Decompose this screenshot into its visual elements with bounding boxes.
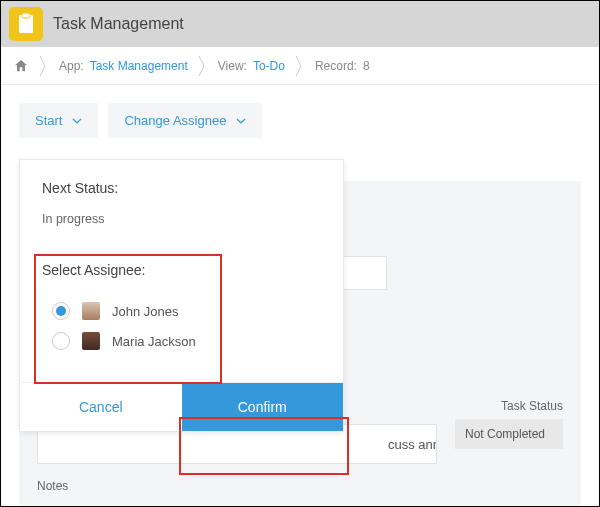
avatar	[82, 302, 100, 320]
task-status-value: Not Completed	[455, 419, 563, 449]
start-button[interactable]: Start	[19, 103, 98, 138]
chevron-icon	[198, 55, 208, 77]
crumb-view-link[interactable]: To-Do	[253, 59, 285, 73]
svg-rect-1	[22, 13, 30, 18]
assignee-option-john[interactable]: John Jones	[42, 296, 321, 326]
chevron-icon	[39, 55, 49, 77]
assignee-name: John Jones	[112, 304, 179, 319]
crumb-app-prefix: App:	[59, 59, 84, 73]
change-assignee-button[interactable]: Change Assignee	[108, 103, 262, 138]
breadcrumb: App: Task Management View: To-Do Record:…	[1, 47, 599, 85]
next-status-label: Next Status:	[42, 180, 321, 196]
crumb-app-link[interactable]: Task Management	[90, 59, 188, 73]
action-bar: Start Change Assignee	[1, 85, 599, 138]
app-icon	[9, 7, 43, 41]
chevron-down-icon	[236, 116, 246, 126]
start-button-label: Start	[35, 113, 62, 128]
confirm-button[interactable]: Confirm	[182, 383, 344, 431]
select-assignee-label: Select Assignee:	[42, 262, 321, 278]
home-icon[interactable]	[13, 58, 29, 74]
action-popover: Next Status: In progress Select Assignee…	[19, 159, 344, 432]
radio-icon	[52, 302, 70, 320]
titlebar: Task Management	[1, 1, 599, 47]
notes-label: Notes	[37, 479, 68, 493]
assignee-option-maria[interactable]: Maria Jackson	[42, 326, 321, 356]
next-status-value: In progress	[42, 212, 321, 226]
crumb-record-prefix: Record:	[315, 59, 357, 73]
assignee-name: Maria Jackson	[112, 334, 196, 349]
chevron-icon	[295, 55, 305, 77]
crumb-view-prefix: View:	[218, 59, 247, 73]
radio-icon	[52, 332, 70, 350]
chevron-down-icon	[72, 116, 82, 126]
avatar	[82, 332, 100, 350]
change-assignee-label: Change Assignee	[124, 113, 226, 128]
app-title: Task Management	[53, 15, 184, 33]
crumb-record-value: 8	[363, 59, 370, 73]
task-status-label: Task Status	[501, 399, 563, 413]
cancel-button[interactable]: Cancel	[20, 383, 182, 431]
